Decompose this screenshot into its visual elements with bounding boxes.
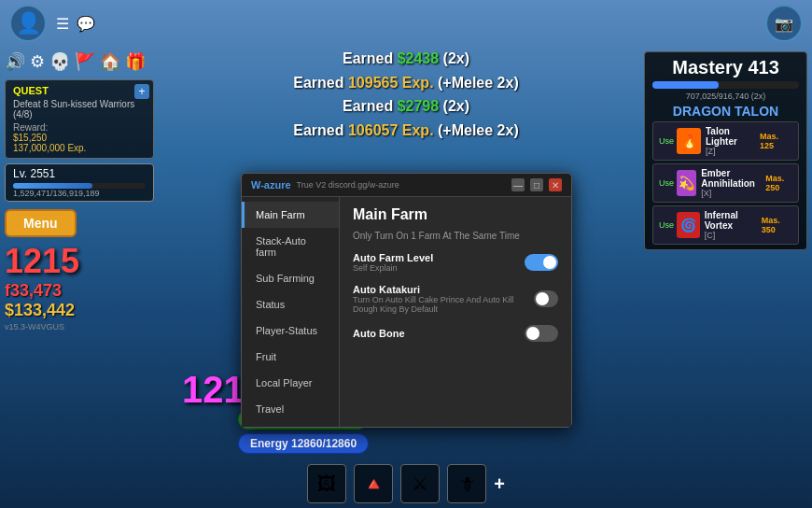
- skill-name-3: Infernal Vortex: [705, 210, 762, 231]
- bottom-item-2[interactable]: 🔺: [354, 464, 393, 503]
- maximize-button[interactable]: □: [530, 178, 543, 191]
- setting-auto-katakuri: Auto Katakuri Turn On Auto Kill Cake Pri…: [353, 284, 558, 314]
- skill-item-ember: Use 💫 Ember Annihilation [X] Mas. 250: [652, 163, 799, 203]
- skill-icon-1: 🔥: [677, 128, 701, 154]
- setting-auto-bone: Auto Bone: [353, 325, 558, 342]
- wazure-nav: Main Farm Stack-Auto farm Sub Farming St…: [242, 197, 340, 427]
- close-button[interactable]: ✕: [549, 178, 562, 191]
- hamburger-icon[interactable]: ☰: [56, 15, 69, 33]
- skill-item-talon-lighter: Use 🔥 Talon Lighter [Z] Mas. 125: [652, 121, 799, 161]
- nav-item-travel[interactable]: Travel: [242, 396, 339, 422]
- menu-button[interactable]: Menu: [5, 209, 77, 237]
- mastery-bar-fill: [652, 81, 719, 89]
- level-exp-text: 1,529,471/136,919,189: [13, 189, 146, 198]
- quest-reward-label: Reward:: [13, 122, 146, 133]
- quest-box: QUEST + Defeat 8 Sun-kissed Warriors (4/…: [5, 79, 154, 159]
- camera-icon: 📷: [775, 15, 793, 33]
- nav-item-status[interactable]: Status: [242, 291, 339, 318]
- sidebar-icons: 🔊 ⚙ 💀 🚩 🏠 🎁: [5, 51, 154, 72]
- setting-label-1: Auto Farm Level: [353, 252, 433, 263]
- setting-name-1: Auto Farm Level Self Explain: [353, 252, 433, 273]
- use-label-3: Use: [659, 220, 674, 230]
- nav-item-stack-auto-farm[interactable]: Stack-Auto farm: [242, 228, 339, 265]
- toggle-auto-farm-level[interactable]: [525, 254, 558, 271]
- gear-icon[interactable]: ⚙: [30, 51, 45, 72]
- mastery-bar: [652, 81, 799, 89]
- bottom-item-4[interactable]: 🗡: [447, 464, 486, 503]
- quest-reward-cash: $15,250: [13, 133, 146, 143]
- content-desc: Only Turn On 1 Farm At The Same Time: [353, 231, 558, 241]
- wazure-main-content: Main Farm Only Turn On 1 Farm At The Sam…: [340, 197, 571, 427]
- setting-name-2: Auto Katakuri Turn On Auto Kill Cake Pri…: [353, 284, 534, 314]
- earned-amount-1: $2438: [398, 50, 440, 66]
- setting-sub-1: Self Explain: [353, 263, 433, 273]
- version-text: v15.3-W4VGUS: [5, 322, 154, 332]
- hud-icons-left: ☰ 💬: [56, 15, 95, 33]
- earned-amount-3: $2798: [398, 98, 440, 114]
- skill-name-2: Ember Annihilation: [701, 168, 765, 189]
- nav-item-main-farm[interactable]: Main Farm: [242, 202, 339, 228]
- setting-header-3: Auto Bone: [353, 325, 558, 342]
- bottom-plus-button[interactable]: +: [494, 473, 505, 495]
- wazure-window: W-azure True V2 discord.gg/w-azure — □ ✕…: [241, 173, 572, 428]
- wazure-title-left: W-azure True V2 discord.gg/w-azure: [251, 179, 399, 190]
- big-game-number: 1215: [5, 242, 154, 281]
- setting-label-3: Auto Bone: [353, 328, 405, 339]
- wazure-controls: — □ ✕: [511, 178, 562, 191]
- minimize-button[interactable]: —: [511, 178, 525, 191]
- skill-icon-3: 🌀: [677, 212, 700, 238]
- nav-item-local-player[interactable]: Local Player: [242, 370, 339, 396]
- skill-left-2: 💫 Ember Annihilation [X]: [677, 168, 765, 198]
- player-avatar[interactable]: 👤: [9, 5, 47, 42]
- nav-item-fruit[interactable]: Fruit: [242, 344, 339, 370]
- nav-item-player-status[interactable]: Player-Status: [242, 318, 339, 344]
- toggle-auto-katakuri[interactable]: [534, 290, 558, 307]
- nav-item-sub-farming[interactable]: Sub Farming: [242, 265, 339, 291]
- flag-icon[interactable]: 🚩: [75, 51, 95, 72]
- bottom-item-3[interactable]: ⚔: [400, 464, 440, 503]
- quest-add-button[interactable]: +: [134, 84, 149, 99]
- wazure-titlebar: W-azure True V2 discord.gg/w-azure — □ ✕: [242, 174, 571, 197]
- level-box: Lv. 2551 1,529,471/136,919,189: [5, 163, 154, 202]
- setting-name-3: Auto Bone: [353, 328, 405, 339]
- gift-icon[interactable]: 🎁: [125, 51, 146, 72]
- energy-bar: Energy 12860/12860: [238, 433, 369, 454]
- skill-item-infernal: Use 🌀 Infernal Vortex [C] Mas. 350: [652, 205, 799, 245]
- skull-icon[interactable]: 💀: [49, 51, 70, 72]
- skill-mas-2: Mas. 250: [765, 174, 792, 192]
- skill-info-3: Infernal Vortex [C]: [705, 210, 762, 240]
- top-hud: 👤 ☰ 💬 📷: [0, 0, 812, 47]
- quest-reward-exp: 137,000,000 Exp.: [13, 143, 146, 153]
- skill-key-2: [X]: [701, 189, 765, 198]
- skill-info-1: Talon Lighter [Z]: [706, 126, 760, 156]
- use-label-1: Use: [659, 136, 674, 146]
- weapon-name: DRAGON TALON: [652, 104, 799, 119]
- bottom-item-1[interactable]: 🖼: [307, 464, 346, 503]
- setting-sub-2: Turn On Auto Kill Cake Prince And Auto K…: [353, 295, 534, 314]
- skill-left-1: 🔥 Talon Lighter [Z]: [677, 126, 760, 156]
- settings-button[interactable]: 📷: [765, 5, 803, 42]
- use-label-2: Use: [659, 178, 674, 188]
- player-level: Lv. 2551: [13, 167, 146, 180]
- left-sidebar: 🔊 ⚙ 💀 🚩 🏠 🎁 QUEST + Defeat 8 Sun-kissed …: [5, 51, 154, 332]
- skill-mas-1: Mas. 125: [760, 132, 792, 150]
- bottom-hud: 🖼 🔺 ⚔ 🗡 +: [0, 464, 812, 503]
- chat-icon[interactable]: 💬: [77, 15, 95, 33]
- mastery-box: Mastery 413 707,025/916,740 (2x) DRAGON …: [644, 51, 807, 250]
- quest-title: QUEST: [13, 85, 146, 96]
- player-gold2: $133,442: [5, 301, 154, 320]
- wazure-subtitle: True V2 discord.gg/w-azure: [297, 180, 399, 190]
- setting-label-2: Auto Katakuri: [353, 284, 534, 295]
- skill-mas-3: Mas. 350: [762, 216, 792, 234]
- earned-amount-4: 106057 Exp.: [348, 122, 434, 138]
- content-title: Main Farm: [353, 206, 558, 223]
- toggle-auto-bone[interactable]: [525, 325, 558, 342]
- skill-name-1: Talon Lighter: [706, 126, 760, 147]
- skill-icon-2: 💫: [677, 170, 696, 196]
- skill-left-3: 🌀 Infernal Vortex [C]: [677, 210, 762, 240]
- sound-icon[interactable]: 🔊: [5, 51, 25, 72]
- setting-header-1: Auto Farm Level Self Explain: [353, 252, 558, 273]
- wazure-body: Main Farm Stack-Auto farm Sub Farming St…: [242, 197, 571, 427]
- setting-header-2: Auto Katakuri Turn On Auto Kill Cake Pri…: [353, 284, 558, 314]
- house-icon[interactable]: 🏠: [100, 51, 120, 72]
